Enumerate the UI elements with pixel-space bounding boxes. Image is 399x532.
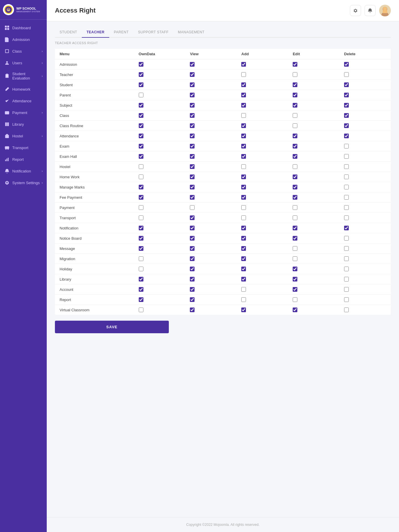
sidebar-item-notification[interactable]: Notification › [0,165,47,177]
checkbox-edit-subject[interactable] [293,103,297,108]
checkbox-edit-parent[interactable] [293,93,297,97]
tab-parent[interactable]: PARENT [109,27,133,38]
checkbox-own-notice-board[interactable] [139,236,143,241]
checkbox-view-exam-hall[interactable] [190,154,195,159]
checkbox-own-exam-hall[interactable] [139,154,143,159]
checkbox-add-exam-hall[interactable] [241,154,246,159]
checkbox-view-transport[interactable] [190,215,195,220]
checkbox-own-account[interactable] [139,287,143,292]
checkbox-view-notification[interactable] [190,226,195,230]
checkbox-own-notification[interactable] [139,226,143,230]
sidebar-item-student-evaluation[interactable]: Student Evaluation › [0,69,47,83]
checkbox-add-home-work[interactable] [241,175,246,179]
checkbox-view-home-work[interactable] [190,175,195,179]
tab-student[interactable]: STUDENT [55,27,82,38]
checkbox-delete-transport[interactable] [344,215,349,220]
checkbox-add-exam[interactable] [241,144,246,148]
checkbox-own-attendance[interactable] [139,134,143,138]
checkbox-own-admission[interactable] [139,62,143,67]
checkbox-edit-report[interactable] [293,297,297,302]
sidebar-item-system-settings[interactable]: System Settings › [0,177,47,189]
checkbox-own-class[interactable] [139,113,143,118]
checkbox-add-teacher[interactable] [241,72,246,77]
checkbox-edit-exam[interactable] [293,144,297,148]
checkbox-add-parent[interactable] [241,93,246,97]
checkbox-add-hostel[interactable] [241,164,246,169]
checkbox-edit-virtual-classroom[interactable] [293,308,297,312]
checkbox-own-transport[interactable] [139,215,143,220]
checkbox-own-fee-payment[interactable] [139,195,143,200]
checkbox-delete-hostel[interactable] [344,164,349,169]
checkbox-edit-notification[interactable] [293,226,297,230]
sidebar-item-attendance[interactable]: Attendance [0,95,47,107]
checkbox-edit-fee-payment[interactable] [293,195,297,200]
checkbox-delete-home-work[interactable] [344,175,349,179]
checkbox-add-notice-board[interactable] [241,236,246,241]
checkbox-own-manage-marks[interactable] [139,185,143,189]
checkbox-add-message[interactable] [241,246,246,251]
checkbox-delete-exam[interactable] [344,144,349,148]
checkbox-view-message[interactable] [190,246,195,251]
checkbox-delete-attendance[interactable] [344,134,349,138]
sidebar-item-homework[interactable]: Homework [0,83,47,95]
sidebar-item-dashboard[interactable]: Dashboard [0,22,47,34]
checkbox-delete-payment[interactable] [344,205,349,210]
checkbox-view-exam[interactable] [190,144,195,148]
checkbox-own-teacher[interactable] [139,72,143,77]
checkbox-edit-exam-hall[interactable] [293,154,297,159]
checkbox-delete-subject[interactable] [344,103,349,108]
checkbox-view-library[interactable] [190,277,195,281]
checkbox-edit-holiday[interactable] [293,267,297,271]
checkbox-view-virtual-classroom[interactable] [190,308,195,312]
checkbox-add-class[interactable] [241,113,246,118]
checkbox-delete-migration[interactable] [344,256,349,261]
checkbox-delete-report[interactable] [344,297,349,302]
checkbox-view-fee-payment[interactable] [190,195,195,200]
checkbox-edit-migration[interactable] [293,256,297,261]
checkbox-view-student[interactable] [190,82,195,87]
checkbox-edit-hostel[interactable] [293,164,297,169]
checkbox-add-payment[interactable] [241,205,246,210]
gear-settings-button[interactable] [350,5,361,16]
checkbox-view-holiday[interactable] [190,267,195,271]
checkbox-own-parent[interactable] [139,93,143,97]
checkbox-own-holiday[interactable] [139,267,143,271]
checkbox-edit-home-work[interactable] [293,175,297,179]
checkbox-view-attendance[interactable] [190,134,195,138]
checkbox-view-payment[interactable] [190,205,195,210]
checkbox-edit-student[interactable] [293,82,297,87]
sidebar-item-hostel[interactable]: Hostel › [0,130,47,142]
checkbox-edit-class[interactable] [293,113,297,118]
checkbox-own-payment[interactable] [139,205,143,210]
checkbox-view-subject[interactable] [190,103,195,108]
checkbox-view-class[interactable] [190,113,195,118]
checkbox-add-class-routine[interactable] [241,123,246,128]
checkbox-own-report[interactable] [139,297,143,302]
checkbox-delete-fee-payment[interactable] [344,195,349,200]
checkbox-edit-class-routine[interactable] [293,123,297,128]
checkbox-add-attendance[interactable] [241,134,246,138]
checkbox-own-subject[interactable] [139,103,143,108]
checkbox-view-teacher[interactable] [190,72,195,77]
checkbox-view-notice-board[interactable] [190,236,195,241]
tab-management[interactable]: MANAGEMENT [173,27,209,38]
checkbox-delete-holiday[interactable] [344,267,349,271]
checkbox-own-class-routine[interactable] [139,123,143,128]
checkbox-add-virtual-classroom[interactable] [241,308,246,312]
checkbox-view-report[interactable] [190,297,195,302]
checkbox-delete-class-routine[interactable] [344,123,349,128]
checkbox-add-library[interactable] [241,277,246,281]
checkbox-edit-teacher[interactable] [293,72,297,77]
checkbox-add-student[interactable] [241,82,246,87]
sidebar-item-report[interactable]: Report [0,153,47,165]
checkbox-own-library[interactable] [139,277,143,281]
checkbox-add-admission[interactable] [241,62,246,67]
tab-teacher[interactable]: TEACHER [82,27,109,38]
checkbox-add-notification[interactable] [241,226,246,230]
checkbox-view-migration[interactable] [190,256,195,261]
checkbox-add-subject[interactable] [241,103,246,108]
checkbox-edit-payment[interactable] [293,205,297,210]
checkbox-edit-notice-board[interactable] [293,236,297,241]
checkbox-delete-message[interactable] [344,246,349,251]
checkbox-view-parent[interactable] [190,93,195,97]
